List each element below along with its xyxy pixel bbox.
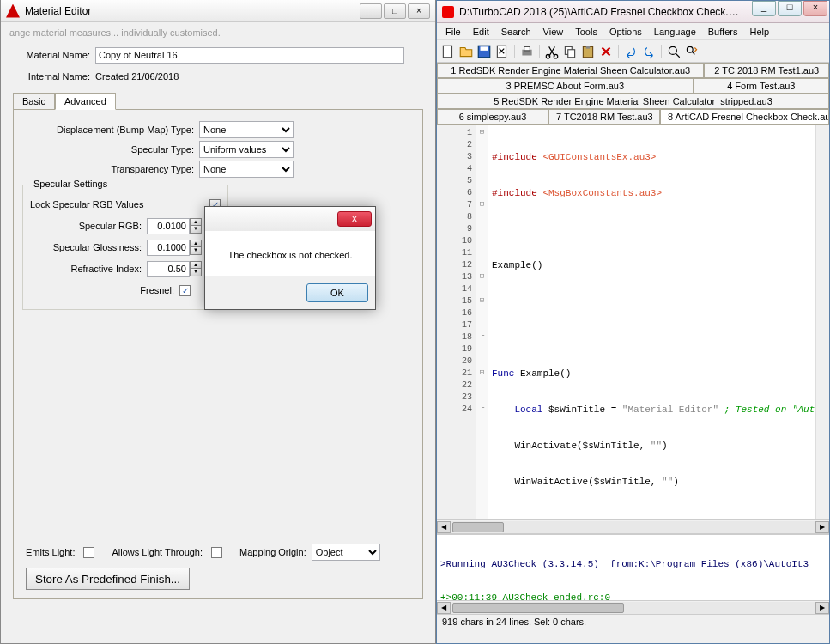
close-file-icon[interactable] xyxy=(494,44,510,59)
menubar: File Edit Search View Tools Options Lang… xyxy=(437,23,829,40)
vertical-scrollbar[interactable] xyxy=(815,125,829,519)
svg-rect-2 xyxy=(481,46,488,51)
dialog-ok-button[interactable]: OK xyxy=(306,283,368,302)
specular-gloss-input[interactable] xyxy=(147,240,190,256)
menu-tools[interactable]: Tools xyxy=(570,25,603,39)
minimize-button[interactable]: _ xyxy=(360,3,382,19)
svg-rect-11 xyxy=(586,46,591,48)
refractive-label: Refractive Index: xyxy=(30,264,142,274)
new-file-icon[interactable] xyxy=(440,44,456,59)
find-icon[interactable] xyxy=(666,44,682,59)
mapping-origin-select[interactable]: Object xyxy=(312,544,380,561)
specular-type-label: Specular Type: xyxy=(22,144,194,155)
dialog-close-button[interactable]: X xyxy=(337,211,372,227)
specular-rgb-label: Specular RGB: xyxy=(30,221,142,231)
menu-file[interactable]: File xyxy=(440,25,466,39)
svg-rect-0 xyxy=(443,46,451,58)
toolbar xyxy=(437,40,829,63)
code-area[interactable]: #include <GUIConstantsEx.au3> #include <… xyxy=(488,125,829,519)
menu-buffers[interactable]: Buffers xyxy=(703,25,743,39)
maximize-button[interactable]: □ xyxy=(778,1,802,16)
store-predefined-button[interactable]: Store As Predefined Finish... xyxy=(26,568,190,590)
scrollbar-thumb[interactable] xyxy=(452,522,504,532)
doc-tab-5[interactable]: 5 RedSDK Render Engine Material Sheen Ca… xyxy=(437,94,829,109)
replace-icon[interactable] xyxy=(684,44,700,59)
save-icon[interactable] xyxy=(476,44,492,59)
menu-help[interactable]: Help xyxy=(744,25,774,39)
menu-edit[interactable]: Edit xyxy=(468,25,494,39)
svg-rect-9 xyxy=(568,49,575,57)
specular-type-select[interactable]: Uniform values xyxy=(199,141,294,158)
menu-options[interactable]: Options xyxy=(604,25,647,39)
spin-up-icon[interactable]: ▲ xyxy=(190,218,202,226)
minimize-button[interactable]: _ xyxy=(752,1,776,16)
spin-down-icon[interactable]: ▼ xyxy=(190,247,202,255)
doc-tab-1[interactable]: 1 RedSDK Render Engine Material Sheen Ca… xyxy=(437,63,704,78)
delete-icon[interactable] xyxy=(598,44,614,59)
spin-up-icon[interactable]: ▲ xyxy=(190,240,202,247)
dialog-message: The checkbox is not checked. xyxy=(205,231,375,276)
lock-rgb-label: Lock Specular RGB Values xyxy=(30,199,206,210)
scrollbar-thumb[interactable] xyxy=(452,603,624,613)
doc-tab-2[interactable]: 2 TC 2018 RM Test1.au3 xyxy=(704,63,829,78)
console-scrollbar[interactable]: ◀ ▶ xyxy=(437,600,829,614)
copy-icon[interactable] xyxy=(562,44,578,59)
line-number-gutter: 123456789101112131415161718192021222324 xyxy=(437,125,476,519)
open-file-icon[interactable] xyxy=(458,44,474,59)
material-editor-titlebar[interactable]: Material Editor _ □ × xyxy=(1,0,435,22)
menu-view[interactable]: View xyxy=(538,25,569,39)
svg-point-12 xyxy=(669,46,676,54)
status-bar: 919 chars in 24 lines. Sel: 0 chars. xyxy=(437,614,829,631)
output-console[interactable]: >Running AU3Check (3.3.14.5) from:K:\Pro… xyxy=(437,533,829,600)
hint-text: ange material measures... individually c… xyxy=(9,27,221,38)
paste-icon[interactable] xyxy=(580,44,596,59)
specular-settings-title: Specular Settings xyxy=(30,179,111,189)
tab-basic[interactable]: Basic xyxy=(13,93,55,109)
print-icon[interactable] xyxy=(519,44,535,59)
fresnel-checkbox[interactable]: ✓ xyxy=(179,285,191,296)
maximize-button[interactable]: □ xyxy=(384,3,406,19)
undo-icon[interactable] xyxy=(623,44,639,59)
tab-advanced[interactable]: Advanced xyxy=(55,93,116,110)
material-name-input[interactable] xyxy=(95,47,404,64)
redo-icon[interactable] xyxy=(641,44,657,59)
menu-language[interactable]: Language xyxy=(649,25,701,39)
horizontal-scrollbar[interactable]: ◀ ▶ xyxy=(437,519,829,533)
specular-rgb-input[interactable] xyxy=(147,218,190,234)
doc-tab-7[interactable]: 7 TC2018 RM Test.au3 xyxy=(548,109,660,125)
scroll-left-icon[interactable]: ◀ xyxy=(437,602,451,614)
menu-search[interactable]: Search xyxy=(496,25,536,39)
cut-icon[interactable] xyxy=(544,44,560,59)
close-button[interactable]: × xyxy=(408,3,430,19)
internal-name-label: Internal Name: xyxy=(13,71,90,82)
scroll-right-icon[interactable]: ▶ xyxy=(815,521,829,533)
transparency-type-select[interactable]: None xyxy=(199,161,294,178)
emits-light-checkbox[interactable] xyxy=(83,547,94,558)
displacement-label: Displacement (Bump Map) Type: xyxy=(22,125,194,135)
spin-down-icon[interactable]: ▼ xyxy=(190,226,202,234)
scroll-left-icon[interactable]: ◀ xyxy=(437,521,451,533)
doc-tab-3[interactable]: 3 PREMSC About Form.au3 xyxy=(437,78,694,94)
mapping-origin-label: Mapping Origin: xyxy=(239,547,306,557)
close-button[interactable]: × xyxy=(803,1,827,16)
window-title: Material Editor xyxy=(25,5,91,17)
displacement-select[interactable]: None xyxy=(199,121,294,138)
allows-light-label: Allows Light Through: xyxy=(112,547,203,557)
tab-content: Displacement (Bump Map) Type: None Specu… xyxy=(13,110,423,599)
refractive-input[interactable] xyxy=(147,261,190,277)
fold-gutter[interactable]: ⊟│⊟│││││⊟│⊟││└⊟││└ xyxy=(476,125,488,519)
scroll-right-icon[interactable]: ▶ xyxy=(815,602,829,614)
spin-up-icon[interactable]: ▲ xyxy=(190,261,202,269)
doc-tab-8[interactable]: 8 ArtiCAD Fresnel Checkbox Check.au3 xyxy=(660,109,829,125)
internal-name-value: Created 21/06/2018 xyxy=(95,71,179,82)
doc-tabs: 1 RedSDK Render Engine Material Sheen Ca… xyxy=(437,63,829,78)
dialog-titlebar[interactable]: X xyxy=(205,207,375,231)
allows-light-checkbox[interactable] xyxy=(211,547,222,558)
doc-tab-4[interactable]: 4 Form Test.au3 xyxy=(694,78,829,94)
scite-titlebar[interactable]: D:\TurboCAD 2018 (25)\ArtiCAD Fresnel Ch… xyxy=(437,1,829,23)
msgbox-dialog: X The checkbox is not checked. OK xyxy=(204,206,376,310)
doc-tab-6[interactable]: 6 simplespy.au3 xyxy=(437,109,548,125)
scite-title-text: D:\TurboCAD 2018 (25)\ArtiCAD Fresnel Ch… xyxy=(459,6,742,18)
code-editor[interactable]: 123456789101112131415161718192021222324 … xyxy=(437,125,829,519)
spin-down-icon[interactable]: ▼ xyxy=(190,269,202,276)
